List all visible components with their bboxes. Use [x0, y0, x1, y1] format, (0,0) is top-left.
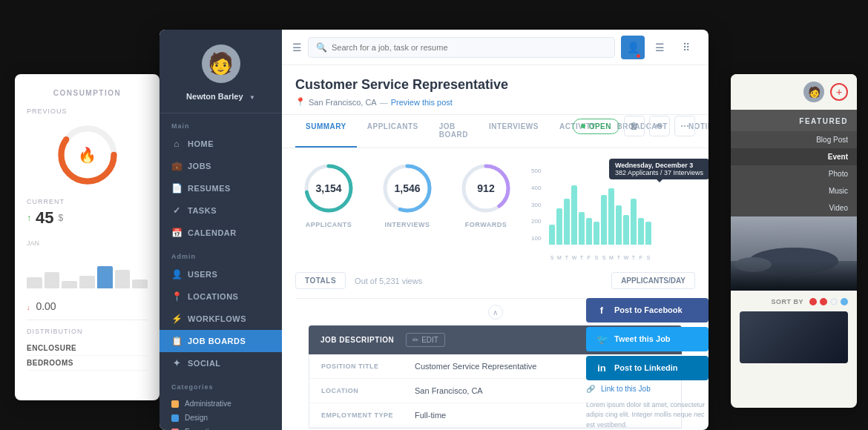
featured-item-video[interactable]: Video	[731, 199, 857, 216]
cat-item-admin: Administrative	[171, 397, 270, 411]
edit-button[interactable]: ✏	[649, 116, 670, 136]
chart-x-label-6: S	[594, 255, 599, 260]
chart-bar-teal-1	[556, 208, 562, 245]
add-button[interactable]: +	[830, 83, 848, 101]
chart-bar-group-12	[638, 217, 644, 245]
sidebar-item-home[interactable]: ⌂ HOME	[160, 133, 282, 155]
job-title: Customer Service Representative	[295, 77, 695, 93]
tab-job-board[interactable]: JOB BOARD	[429, 115, 479, 148]
main-content: ☰ 🔍 👤 ☰ ⠿ Customer Service Representativ…	[282, 30, 708, 430]
edit-pencil-icon: ✏	[412, 336, 418, 344]
current-label: CURRENT	[27, 198, 148, 205]
sort-dot-3[interactable]	[830, 298, 838, 305]
chart-bar-group-13	[645, 221, 651, 245]
right-avatar: 🧑	[803, 82, 824, 102]
chart-bars	[549, 173, 651, 255]
right-bottom-image	[740, 311, 848, 363]
home-icon: ⌂	[171, 139, 182, 149]
totals-button[interactable]: TOTALS	[295, 272, 346, 289]
sidebar-item-locations[interactable]: 📍 LOCATIONS	[160, 285, 282, 308]
sidebar-item-tasks[interactable]: ✓ TASKS	[160, 199, 282, 222]
sidebar-item-calendar[interactable]: 📅 CALENDAR	[160, 222, 282, 244]
featured-item-music[interactable]: Music	[731, 182, 857, 199]
job-actions: OPEN 🗑 ✏ ⋯	[573, 116, 695, 136]
search-input[interactable]	[332, 43, 607, 52]
sort-dot-4[interactable]	[841, 298, 848, 305]
admin-section-label: Admin	[160, 244, 282, 263]
summary-content: 3,154 APPLICANTS 1,546 INTERVIEWS	[282, 148, 708, 430]
sidebar-item-jobs[interactable]: 💼 JOBS	[160, 155, 282, 177]
totals-views-text: Out of 5,231 views	[355, 277, 422, 285]
avatar-icon: 🧑	[208, 53, 234, 74]
tab-interviews[interactable]: INTERVIEWS	[479, 115, 549, 148]
twitter-share-button[interactable]: 🐦 Tweet this Job	[586, 327, 708, 351]
trend-up-icon: ↑	[27, 213, 31, 223]
job-header: Customer Service Representative 📍 San Fr…	[282, 65, 708, 115]
sidebar-workflows-label: WORKFLOWS	[188, 314, 246, 323]
chart-bar-teal-2	[564, 199, 570, 245]
right-top-bar: 🧑 +	[731, 74, 857, 110]
collapse-button[interactable]: ∧	[488, 305, 503, 320]
featured-item-event[interactable]: Event	[731, 148, 857, 165]
right-bottom: SORT BY	[731, 291, 857, 371]
calendar-icon: 📅	[171, 228, 182, 238]
lorem-text: Lorem ipsum dolor sit amet, consectetur …	[586, 400, 708, 431]
sort-dot-2[interactable]	[820, 298, 827, 305]
chart-bar-group-5	[586, 217, 592, 245]
stat-interviews: 1,546 INTERVIEWS	[374, 160, 441, 228]
tab-summary[interactable]: SUMMARY	[295, 115, 357, 148]
sidebar-item-job-boards[interactable]: 📋 JOB BOARDS	[160, 330, 282, 352]
grid-icon-btn[interactable]: ⠿	[674, 36, 698, 59]
sidebar-item-workflows[interactable]: ⚡ WORKFLOWS	[160, 308, 282, 330]
users-icon: 👤	[171, 269, 182, 280]
jd-section-title: JOB DESCRIPTION	[320, 336, 394, 344]
bar-3	[62, 281, 77, 288]
position-title-label: POSITION TITLE	[321, 363, 403, 370]
tab-applicants[interactable]: APPLICANTS	[357, 115, 429, 148]
status-dot	[581, 124, 585, 128]
sidebar-tasks-label: TASKS	[188, 206, 217, 215]
chart-x-label-0: S	[549, 255, 555, 260]
chart-bar-group-8	[608, 188, 614, 245]
chart-bar-teal-5	[586, 218, 592, 245]
sidebar-item-resumes[interactable]: 📄 RESUMES	[160, 177, 282, 199]
jd-edit-button[interactable]: ✏ EDIT	[406, 333, 445, 347]
link-share-button[interactable]: 🔗 Link to this Job	[586, 385, 708, 393]
delete-button[interactable]: 🗑	[624, 116, 645, 136]
linkedin-icon: in	[596, 363, 607, 374]
preview-link[interactable]: Preview this post	[391, 98, 453, 107]
linkedin-share-button[interactable]: in Post to Linkedin	[586, 356, 708, 380]
sidebar-item-users[interactable]: 👤 USERS	[160, 263, 282, 285]
main-section-label: Main	[160, 113, 282, 133]
featured-item-photo[interactable]: Photo	[731, 165, 857, 182]
menu-icon-btn[interactable]: ☰	[648, 36, 671, 59]
cat-color-design	[171, 414, 179, 422]
chart-x-label-12: F	[638, 255, 644, 260]
featured-item-blog[interactable]: Blog Post	[731, 131, 857, 148]
chart-bar-group-0	[549, 224, 555, 245]
chart-x-label-11: T	[631, 255, 637, 260]
chart-wrapper: 500 400 300 200 100 SMTWT	[531, 173, 695, 260]
chart-bar-teal-9	[616, 205, 622, 245]
sidebar-item-social[interactable]: ✦ SOCIAL	[160, 352, 282, 374]
featured-label: FEATURED	[731, 110, 857, 131]
applicants-value: 3,154	[315, 183, 341, 194]
search-box[interactable]: 🔍	[308, 37, 615, 58]
main-ats-panel: 🧑 Newton Barley ▼ Main ⌂ HOME 💼 JOBS 📄 R…	[160, 30, 708, 430]
more-button[interactable]: ⋯	[674, 116, 695, 136]
stats-row: 3,154 APPLICANTS 1,546 INTERVIEWS	[295, 160, 695, 260]
bar-2	[45, 272, 60, 289]
user-name: Newton Barley ▼	[167, 89, 274, 102]
chart-bar-teal-0	[549, 225, 555, 245]
applicants-day-button[interactable]: APPLICANTS/DAY	[611, 272, 695, 289]
hamburger-icon[interactable]: ☰	[292, 42, 302, 53]
twitter-icon: 🐦	[596, 334, 607, 345]
donut-forwards: 912	[458, 160, 514, 216]
person-icon-btn[interactable]: 👤	[621, 36, 645, 59]
consumption-title: CONSUMPTION	[27, 89, 148, 97]
flame-icon: 🔥	[78, 146, 96, 164]
chart-tooltip: Wednesday, December 3 382 Applicants / 3…	[609, 159, 708, 179]
sort-dot-1[interactable]	[809, 298, 817, 305]
facebook-share-button[interactable]: f Post to Facebook	[586, 298, 708, 322]
link-icon: 🔗	[586, 385, 595, 393]
